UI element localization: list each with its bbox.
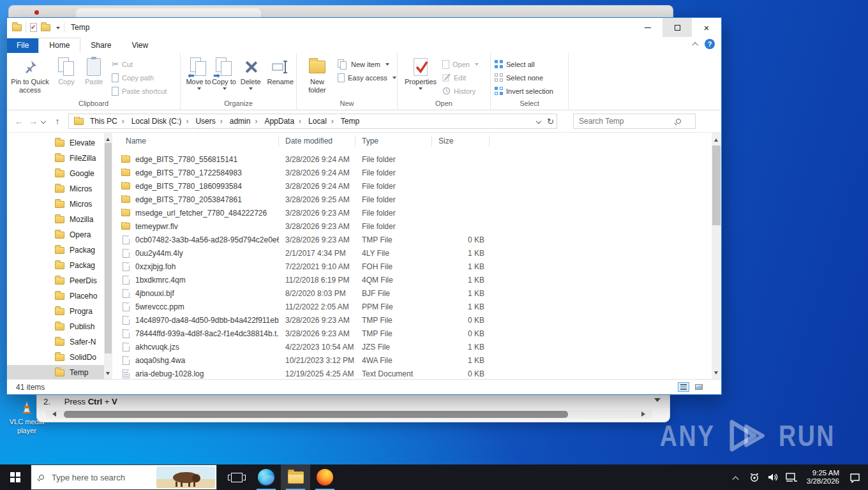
invert-selection-button[interactable]: Invert selection (495, 84, 553, 98)
scroll-up-icon[interactable] (714, 137, 718, 142)
scroll-down-icon[interactable] (714, 371, 718, 376)
table-row[interactable]: 78444ffd-939a-4d8f-8ac2-f1e4dc38814b.t..… (112, 327, 721, 340)
instruction-scroll-down-icon[interactable] (654, 398, 661, 405)
sidebar-folder-item[interactable]: Temp (7, 365, 112, 380)
network-tray-button[interactable] (784, 472, 798, 482)
taskbar-file-explorer-button[interactable] (281, 464, 310, 490)
tab-home[interactable]: Home (38, 38, 80, 53)
table-row[interactable]: temeypwr.flv 3/28/2026 9:23 AM File fold… (112, 219, 721, 233)
sidebar-folder-item[interactable]: Publish (7, 319, 112, 334)
paste-button[interactable]: Paste (80, 55, 108, 86)
volume-tray-button[interactable] (766, 472, 780, 482)
back-button[interactable]: ← (12, 116, 26, 126)
taskbar-firefox-button[interactable] (310, 464, 340, 490)
select-all-button[interactable]: Select all (495, 57, 553, 71)
table-row[interactable]: edge_BITS_7780_556815141 3/28/2026 9:24 … (112, 152, 721, 166)
minimize-button[interactable] (633, 18, 662, 37)
edit-button[interactable]: Edit (442, 71, 479, 84)
sidebar-folder-item[interactable]: Mozilla (7, 212, 112, 227)
search-input[interactable] (574, 117, 676, 126)
table-row[interactable]: aria-debug-1028.log 12/19/2025 4:25 AM T… (112, 367, 721, 380)
sidebar-scrollbar[interactable] (104, 133, 112, 380)
sidebar-folder-item[interactable]: Micros (7, 181, 112, 197)
table-row[interactable]: edge_BITS_7780_2053847861 3/28/2026 9:25… (112, 193, 721, 206)
breadcrumb-item[interactable]: Temp (340, 117, 361, 126)
table-row[interactable]: 5wrevccc.ppm 11/2/2022 2:05 AM PPM File … (112, 300, 721, 313)
task-view-button[interactable] (222, 464, 251, 490)
close-button[interactable]: × (692, 18, 721, 37)
table-row[interactable]: edge_BITS_7780_1722584983 3/28/2026 9:24… (112, 166, 721, 179)
scroll-up-icon[interactable] (106, 136, 110, 141)
scrollbar-thumb[interactable] (64, 411, 568, 418)
scrollbar-thumb[interactable] (712, 145, 721, 225)
select-none-button[interactable]: Select none (495, 71, 553, 84)
taskbar-search[interactable] (31, 464, 217, 490)
copy-path-button[interactable]: Copy path (112, 71, 167, 84)
history-button[interactable]: History (442, 84, 479, 98)
explorer-search-box[interactable] (573, 114, 696, 129)
screen-capture-tray-button[interactable] (747, 471, 761, 483)
table-row[interactable]: 4jbnouxi.bjf 8/2/2020 8:03 PM BJF File 1… (112, 286, 721, 300)
refresh-icon[interactable]: ↻ (547, 117, 554, 126)
table-row[interactable]: msedge_url_fetcher_7780_484222726 3/28/2… (112, 206, 721, 219)
taskbar-clock[interactable]: 9:25 AM 3/28/2026 (807, 469, 839, 486)
instruction-horizontal-scrollbar[interactable] (46, 410, 652, 419)
sidebar-folder-item[interactable]: Elevate (7, 135, 112, 151)
sidebar-folder-item[interactable]: Packag (7, 242, 112, 258)
taskbar-search-input[interactable] (50, 472, 156, 483)
sidebar-folder-item[interactable]: Safer-N (7, 334, 112, 350)
sidebar-folder-item[interactable]: PeerDis (7, 273, 112, 288)
start-button[interactable] (0, 464, 31, 490)
qat-properties-icon[interactable] (30, 23, 37, 32)
breadcrumb-item[interactable]: Local Disk (C:) (130, 117, 195, 126)
recent-locations-caret-icon[interactable] (41, 119, 46, 124)
sidebar-folder-item[interactable]: FileZilla (7, 151, 112, 166)
scrollbar-thumb[interactable] (105, 143, 112, 353)
maximize-button[interactable] (662, 18, 692, 37)
thumbnails-view-button[interactable] (693, 382, 705, 392)
title-bar[interactable]: Temp × (7, 18, 721, 37)
open-button[interactable]: Open (442, 57, 479, 71)
column-header-type[interactable]: Type (355, 135, 432, 147)
table-row[interactable]: 14c48970-da48-4d50-9dbb-b4a422f911eb... … (112, 313, 721, 327)
properties-button[interactable]: Properties (401, 55, 440, 92)
paste-shortcut-button[interactable]: Paste shortcut (112, 84, 167, 98)
sidebar-folder-item[interactable]: Opera (7, 227, 112, 242)
sidebar-folder-item[interactable]: Progra (7, 304, 112, 319)
breadcrumb-item[interactable]: admin (228, 117, 264, 126)
scroll-left-icon[interactable] (50, 412, 56, 417)
tab-file[interactable]: File (7, 38, 38, 53)
sidebar-folder-item[interactable]: SolidDo (7, 350, 112, 365)
details-view-button[interactable] (678, 382, 689, 392)
address-dropdown-icon[interactable] (536, 119, 541, 124)
breadcrumb-item[interactable]: AppData (263, 117, 307, 126)
tab-view[interactable]: View (121, 38, 158, 53)
search-icon[interactable] (676, 119, 681, 124)
breadcrumb-item[interactable]: Local (307, 117, 340, 126)
tab-share[interactable]: Share (80, 38, 121, 53)
qat-new-folder-icon[interactable] (41, 24, 50, 31)
new-item-button[interactable]: New item (338, 57, 396, 71)
cut-button[interactable]: ✂Cut (112, 57, 167, 71)
move-to-button[interactable]: ⬅ Move to (186, 55, 211, 91)
taskbar-edge-button[interactable] (251, 464, 281, 490)
easy-access-button[interactable]: Easy access (338, 71, 396, 84)
table-row[interactable]: aoqa0shg.4wa 10/21/2023 3:12 PM 4WA File… (112, 353, 721, 367)
file-list-scrollbar[interactable] (712, 133, 721, 380)
delete-button[interactable]: Delete (237, 55, 265, 92)
address-bar[interactable]: This PCLocal Disk (C:)UsersadminAppDataL… (68, 114, 557, 129)
action-center-button[interactable] (848, 472, 862, 483)
breadcrumb-item[interactable]: Users (194, 117, 228, 126)
sidebar-folder-item[interactable]: Packag (7, 258, 112, 273)
pin-to-quick-access-button[interactable]: Pin to Quick access (7, 55, 53, 94)
column-header-name[interactable]: Name (112, 135, 279, 147)
show-hidden-icons-button[interactable] (729, 475, 743, 480)
column-header-size[interactable]: Size (432, 135, 490, 147)
breadcrumb-item[interactable]: This PC (89, 117, 130, 126)
table-row[interactable]: 0cb07482-3a3b-4a56-ad28-95d794c2e0e6... … (112, 233, 721, 246)
column-header-date-modified[interactable]: Date modified (279, 135, 355, 147)
sidebar-folder-item[interactable]: Micros (7, 197, 112, 212)
up-button[interactable]: ↑ (50, 116, 64, 126)
rename-button[interactable]: Rename (265, 55, 296, 86)
table-row[interactable]: edge_BITS_7780_1860993584 3/28/2026 9:24… (112, 179, 721, 193)
